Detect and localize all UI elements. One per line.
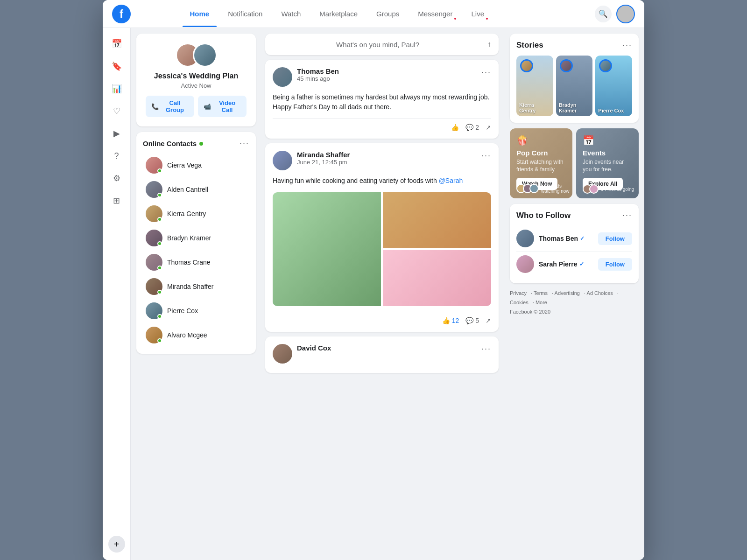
- grid-icon[interactable]: ⊞: [108, 192, 125, 209]
- avatar: [146, 181, 162, 198]
- settings-icon[interactable]: ⚙: [108, 170, 125, 187]
- list-item[interactable]: Alden Cantrell: [143, 177, 249, 202]
- send-icon: ↑: [487, 40, 491, 49]
- story-name: Bradyn Kramer: [559, 102, 590, 113]
- footer-cookies[interactable]: Cookies: [510, 300, 529, 305]
- follow-person-name: Sarah Pierre ✓: [539, 260, 593, 268]
- nav-live[interactable]: Live: [464, 6, 492, 21]
- events-promo-card: 📅 Events Join events near you for free. …: [576, 128, 639, 198]
- like-button[interactable]: 👍 12: [442, 317, 459, 324]
- post-options-button[interactable]: ···: [481, 151, 491, 161]
- post-options-button[interactable]: ···: [481, 67, 491, 77]
- footer-more[interactable]: More: [536, 300, 547, 305]
- list-item[interactable]: Bradyn Kramer: [143, 226, 249, 250]
- post-image: [273, 192, 381, 306]
- wedding-avatars: [146, 43, 247, 67]
- post-author-info: Thomas Ben 45 mins ago: [297, 67, 339, 82]
- list-item[interactable]: Miranda Shaffer: [143, 274, 249, 299]
- nav-marketplace[interactable]: Marketplace: [312, 6, 365, 21]
- post-actions: 👍 12 💬 5 ↗: [273, 312, 491, 324]
- user-avatar[interactable]: [616, 5, 635, 23]
- story-card[interactable]: Kierra Gentry: [516, 56, 553, 116]
- add-button[interactable]: +: [108, 536, 125, 553]
- heart-icon[interactable]: ♡: [108, 103, 125, 119]
- friends-count-text: 35 friends watching now: [541, 183, 572, 194]
- video-call-button[interactable]: 📹 Video Call: [198, 96, 247, 117]
- whats-on-mind-box[interactable]: What's on you mind, Paul? ↑: [265, 34, 499, 55]
- story-avatar: [560, 59, 573, 72]
- mini-avatar: [589, 184, 599, 194]
- popcorn-icon: 🍿: [516, 135, 566, 146]
- post-actions: 👍 💬 2 ↗: [273, 119, 491, 131]
- footer-privacy[interactable]: Privacy: [510, 290, 527, 296]
- wedding-actions: 📞 Call Group 📹 Video Call: [146, 96, 247, 117]
- footer-adchoices[interactable]: Ad Choices: [587, 290, 613, 296]
- video-icon[interactable]: ▶: [108, 125, 125, 142]
- popcorn-title: Pop Corn: [516, 149, 566, 157]
- list-item[interactable]: Pierre Cox: [143, 299, 249, 323]
- post-author-name: Thomas Ben: [297, 67, 339, 75]
- contact-name: Pierre Cox: [167, 307, 198, 315]
- post-card: Thomas Ben 45 mins ago ··· Being a fathe…: [265, 60, 499, 139]
- avatar: [516, 255, 534, 273]
- follow-item: Sarah Pierre ✓ Follow: [516, 252, 632, 277]
- share-button[interactable]: ↗: [486, 317, 491, 324]
- post-image: [383, 192, 491, 248]
- nav-messenger[interactable]: Messenger: [410, 6, 460, 21]
- stories-more-button[interactable]: ···: [622, 40, 632, 50]
- avatar: [146, 302, 162, 319]
- contacts-more-button[interactable]: ···: [240, 139, 249, 148]
- nav-notification[interactable]: Notification: [220, 6, 270, 21]
- events-icon: 📅: [583, 135, 632, 146]
- post-card: David Cox ···: [265, 336, 499, 373]
- mention-link[interactable]: @Sarah: [439, 177, 463, 184]
- fb-logo[interactable]: f: [112, 5, 131, 23]
- comment-button[interactable]: 💬 2: [465, 124, 479, 131]
- wedding-avatar-2: [193, 43, 217, 67]
- footer-links: Privacy · Terms · Advertising · Ad Choic…: [510, 289, 639, 316]
- post-author-name: Miranda Shaffer: [297, 151, 350, 159]
- chart-icon[interactable]: 📊: [108, 80, 125, 97]
- help-icon[interactable]: ?: [108, 147, 125, 164]
- bookmark-icon[interactable]: 🔖: [108, 58, 125, 75]
- search-button[interactable]: 🔍: [595, 6, 612, 22]
- list-item[interactable]: Thomas Crane: [143, 250, 249, 274]
- follow-sarah-button[interactable]: Follow: [598, 258, 632, 271]
- post-time: 45 mins ago: [297, 75, 339, 82]
- nav-watch[interactable]: Watch: [274, 6, 308, 21]
- nav-home[interactable]: Home: [183, 6, 217, 21]
- stories-title: Stories: [516, 41, 543, 50]
- story-name: Kierra Gentry: [519, 102, 550, 113]
- list-item[interactable]: Alvaro Mcgee: [143, 323, 249, 347]
- nav-groups[interactable]: Groups: [369, 6, 407, 21]
- stories-grid: Kierra Gentry Bradyn Kramer Pierre Cox: [516, 56, 632, 116]
- like-button[interactable]: 👍: [451, 124, 459, 131]
- story-card[interactable]: Pierre Cox: [595, 56, 632, 116]
- post-time: June 21, 12:45 pm: [297, 159, 350, 166]
- post-text: Having fun while cooking and eating vari…: [273, 176, 491, 186]
- contact-name: Thomas Crane: [167, 259, 211, 266]
- post-author-name: David Cox: [297, 344, 331, 352]
- list-item[interactable]: Kierra Gentry: [143, 202, 249, 226]
- calendar-icon[interactable]: 📅: [108, 35, 125, 52]
- follow-more-button[interactable]: ···: [622, 210, 632, 220]
- follow-thomas-button[interactable]: Follow: [598, 232, 632, 245]
- promo-row: 🍿 Pop Corn Start watching with friends &…: [510, 128, 639, 198]
- events-title: Events: [583, 149, 632, 157]
- list-item[interactable]: Cierra Vega: [143, 153, 249, 177]
- events-friends-count: 14 friends going: [601, 187, 634, 192]
- story-card[interactable]: Bradyn Kramer: [556, 56, 593, 116]
- footer-advertising[interactable]: Advertising: [555, 290, 580, 296]
- avatar: [146, 327, 162, 343]
- footer-terms[interactable]: Terms: [534, 290, 548, 296]
- call-group-button[interactable]: 📞 Call Group: [146, 96, 194, 117]
- share-button[interactable]: ↗: [486, 124, 491, 131]
- top-nav: f Home Notification Watch Marketplace Gr…: [103, 0, 644, 28]
- wedding-title: Jessica's Wedding Plan: [146, 72, 247, 80]
- post-header: Thomas Ben 45 mins ago ···: [273, 67, 491, 87]
- post-options-button[interactable]: ···: [481, 344, 491, 354]
- avatar: [273, 67, 292, 87]
- follow-title: Who to Follow: [516, 211, 571, 220]
- post-author-info: Miranda Shaffer June 21, 12:45 pm: [297, 151, 350, 166]
- comment-button[interactable]: 💬 5: [465, 317, 479, 324]
